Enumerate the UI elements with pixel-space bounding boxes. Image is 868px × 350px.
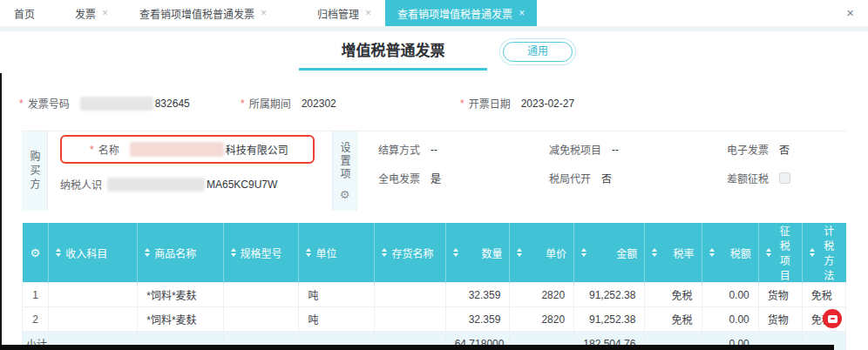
row-index: 1 [23,283,49,307]
col-unit-price[interactable]: 单价 [510,223,574,283]
settings-panel[interactable]: 设置项 ⚙ [332,131,357,211]
cell-tax-item: 货物 [758,283,802,307]
col-spec[interactable]: 规格型号 [223,223,299,283]
buyer-taxid-field: 纳税人识 MA65KC9U7W [60,177,277,192]
cell-tax-rate: 免税 [645,307,702,332]
window-close-icon[interactable]: × [846,5,854,20]
required-asterisk: * [90,144,94,156]
feedback-chat-icon[interactable] [823,309,842,328]
sort-icon[interactable] [231,248,236,257]
chat-bubble-shape [828,315,837,323]
issue-date-value: 2023-02-27 [521,98,574,110]
sort-icon[interactable] [145,248,150,257]
tabbar-divider [0,26,868,31]
tab-close-icon[interactable]: × [365,8,371,18]
general-type-button[interactable]: 通用 [503,42,573,62]
tax-bureau-field: 税局代开 否 [549,171,727,185]
col-tax-rate[interactable]: 税率 [645,223,702,283]
e-invoice-value: 否 [779,142,790,157]
col-unit[interactable]: 单位 [299,223,375,283]
cell-stock [375,307,445,332]
period-label: 所属期间 [249,96,291,111]
cell-unit-price: 2820 [510,307,574,332]
settings-panel-label: 设置项 [337,142,352,181]
table-row: 2 *饲料*麦麸 吨 32.359 2820 91,252.38 免税 0.00… [23,307,846,332]
settlement-field: 结算方式 -- [378,142,549,157]
sort-icon[interactable] [517,248,522,257]
col-amount[interactable]: 金额 [574,223,645,283]
tab-archive[interactable]: 归档管理 × [309,0,380,26]
tab-label: 首页 [14,6,35,21]
chat-dash-shape [831,318,835,320]
full-e-invoice-value: 是 [431,171,441,185]
sort-icon[interactable] [652,248,657,257]
diff-tax-field: 差额征税 [727,171,846,185]
buyer-info: * 名称 科技有限公司 纳税人识 MA65KC9U7W [48,131,332,211]
title-bar: 增值税普通发票 通用 [0,38,868,75]
cell-spec [223,307,299,332]
period-value: 202302 [302,98,336,110]
cell-stock [375,283,445,307]
cell-amount: 91,252.38 [574,283,645,307]
sort-icon[interactable] [766,248,771,257]
cell-income [49,307,138,332]
sort-icon[interactable] [709,248,715,257]
sort-icon[interactable] [581,248,587,257]
settlement-value: -- [431,144,437,156]
invoice-number-value: 832645 [155,98,190,110]
invoice-meta-fields: * 发票号码 832645 * 所属期间 202302 * 开票日期 2023-… [0,96,868,115]
invoice-number-label: 发票号码 [28,96,70,111]
col-tax-item[interactable]: 征税项目 [758,223,802,283]
screenshot-left-edge [0,73,2,350]
col-income-account[interactable]: 收入科目 [49,223,138,283]
col-product-name[interactable]: 商品名称 [138,223,223,283]
tab-close-icon[interactable]: × [102,8,108,18]
col-stock-name[interactable]: 存货名称 [375,223,445,283]
tab-home[interactable]: 首页 [5,0,44,26]
required-asterisk: * [460,98,465,110]
cell-tax-rate: 免税 [645,283,702,307]
sort-icon[interactable] [382,248,387,257]
diff-tax-checkbox[interactable] [779,172,790,184]
cell-product-name: *饲料*麦麸 [138,307,223,332]
sort-icon[interactable] [56,248,61,257]
screenshot-bottom-edge [0,345,834,350]
cell-income [49,283,138,307]
tab-invoice[interactable]: 发票 × [66,0,117,26]
tab-close-icon[interactable]: × [261,8,267,18]
col-quantity[interactable]: 数量 [445,223,510,283]
cell-tax-item: 货物 [758,307,802,332]
required-asterisk: * [19,98,24,110]
page-title: 增值税普通发票 [299,38,487,71]
redacted-blur [130,142,224,157]
cell-tax-method: 免税 [802,283,845,307]
buyer-taxid-label: 纳税人识 [60,177,102,192]
column-settings-gear-icon[interactable]: ⚙ [31,246,41,259]
settings-gear-icon[interactable]: ⚙ [340,188,350,201]
col-tax-method[interactable]: 计税方法 [802,223,845,283]
table-header-row: ⚙ 收入科目 商品名称 规格型号 单位 存货名称 数量 单价 金额 税率 税额 … [23,223,846,283]
sort-icon[interactable] [453,248,458,257]
tax-reduction-field: 减免税项目 -- [549,142,727,157]
tab-label: 归档管理 [317,6,359,21]
tab-close-icon[interactable]: × [519,8,525,18]
required-asterisk: * [241,98,245,110]
sort-icon[interactable] [810,248,815,257]
column-settings-header[interactable]: ⚙ [23,223,49,283]
cell-unit-price: 2820 [510,283,574,307]
redacted-blur [80,97,153,111]
tab-view-vat-invoice-2-active[interactable]: 查看销项增值税普通发票 × [385,0,537,26]
tax-reduction-label: 减免税项目 [549,142,601,157]
cell-spec [223,283,299,307]
tab-label: 查看销项增值税普通发票 [397,6,512,21]
table-row: 1 *饲料*麦麸 吨 32.359 2820 91,252.38 免税 0.00… [23,283,846,307]
full-e-invoice-label: 全电发票 [378,171,420,185]
col-tax-amount[interactable]: 税额 [702,223,758,283]
tab-label: 发票 [75,6,96,21]
sort-icon[interactable] [306,248,311,257]
buyer-name-highlight-box: * 名称 科技有限公司 [60,135,315,164]
buyer-side-label: 购买方 [22,131,48,211]
tax-bureau-label: 税局代开 [549,171,591,185]
buyer-name-label: 名称 [98,142,119,157]
tab-view-vat-invoice-1[interactable]: 查看销项增值税普通发票 × [131,0,275,26]
